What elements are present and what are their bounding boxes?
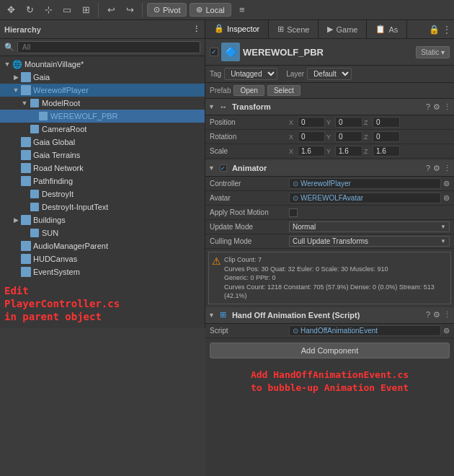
hand-off-section-header[interactable]: ▼ ⊞ Hand Off Animation Event (Script) ? … xyxy=(205,307,454,324)
rotation-y-input[interactable] xyxy=(335,131,362,142)
apply-root-motion-checkbox[interactable] xyxy=(289,208,298,217)
script-field-icon: ⊙ xyxy=(293,327,298,335)
tree-item-werewolf-pbr[interactable]: ▶ WEREWOLF_PBR xyxy=(0,110,205,123)
tab-as[interactable]: 📋 As xyxy=(367,20,407,38)
object-enabled-checkbox[interactable]: ✓ xyxy=(210,48,218,56)
search-bar: 🔍 xyxy=(0,39,205,56)
culling-mode-arrow-icon: ▼ xyxy=(440,238,446,244)
hierarchy-menu-icon[interactable]: ⋮ xyxy=(192,25,200,34)
animator-arrow-icon: ▼ xyxy=(208,164,215,172)
tree-item-gaia[interactable]: ▶ Gaia xyxy=(0,71,205,84)
tree-item-mountain-village[interactable]: ▼ 🌐 MountainVillage* xyxy=(0,58,205,71)
tree-item-camera-root[interactable]: ▶ CameraRoot xyxy=(0,123,205,136)
cube-road-network-icon xyxy=(20,162,32,174)
transform-section-header[interactable]: ▼ ↔ Transform ? ⚙ ⋮ xyxy=(205,99,454,115)
culling-mode-dropdown[interactable]: Cull Update Transforms ▼ xyxy=(289,236,450,247)
tree-label-mountain-village: MountainVillage* xyxy=(25,60,84,69)
controller-row: Controller ⊙ WerewolfPlayer ⊚ xyxy=(205,177,454,191)
cube-gaia-terrains-icon xyxy=(20,149,32,161)
animator-help-icon[interactable]: ? xyxy=(426,164,430,173)
tab-inspector[interactable]: 🔒 Inspector xyxy=(205,20,269,38)
rotation-x-input[interactable] xyxy=(298,131,325,142)
tree-item-pathfinding[interactable]: ▶ Pathfinding xyxy=(0,175,205,188)
tree-item-model-root[interactable]: ▼ ModelRoot xyxy=(0,97,205,110)
arrow-buildings: ▶ xyxy=(12,216,20,224)
more-icon[interactable]: ⋮ xyxy=(442,25,451,35)
transform-tool-icon[interactable]: ⊞ xyxy=(78,2,94,18)
static-badge[interactable]: Static ▾ xyxy=(416,46,450,58)
scale-row: Scale X Y Z xyxy=(205,144,454,159)
script-value: ⊙ HandOffAnimationEvent ⊚ xyxy=(289,325,450,336)
info-warning-icon: ⚠ xyxy=(212,255,221,301)
tree-item-werewolf-player[interactable]: ▼ WerewolfPlayer xyxy=(0,84,205,97)
avatar-field[interactable]: ⊙ WEREWOLFAvatar xyxy=(289,193,441,203)
rotation-y-label: Y xyxy=(326,133,334,141)
pivot-button[interactable]: ⊙ Pivot xyxy=(147,3,187,17)
script-field[interactable]: ⊙ HandOffAnimationEvent xyxy=(289,325,441,336)
transform-arrow-icon: ▼ xyxy=(208,103,215,110)
scale-x-input[interactable] xyxy=(298,146,325,157)
tree-item-sun[interactable]: ▶ SUN xyxy=(0,226,205,239)
animator-settings-icon[interactable]: ⚙ xyxy=(433,164,440,173)
tree-label-event-system: EventSystem xyxy=(33,268,80,276)
tree-item-audio-manager[interactable]: ▶ AudioManagerParent xyxy=(0,239,205,252)
hand-off-overflow-icon[interactable]: ⋮ xyxy=(443,310,451,319)
rotate-tool-icon[interactable]: ↻ xyxy=(22,2,37,18)
hand-off-settings-icon[interactable]: ⚙ xyxy=(433,310,440,319)
tree-label-camera-root: CameraRoot xyxy=(42,125,86,133)
script-select-icon[interactable]: ⊚ xyxy=(443,326,450,335)
tree-item-hud-canvas[interactable]: ▶ HUDCanvas xyxy=(0,252,205,265)
transform-overflow-icon[interactable]: ⋮ xyxy=(443,102,451,112)
toolbar-separator-2 xyxy=(142,3,143,17)
controller-field[interactable]: ⊙ WerewolfPlayer xyxy=(289,178,441,189)
rotation-z-input[interactable] xyxy=(373,131,400,142)
checkmark-icon: ✓ xyxy=(211,48,217,56)
tree-item-destroy-it-input[interactable]: ▶ DestroyIt-InputText xyxy=(0,200,205,213)
search-input[interactable] xyxy=(17,41,200,53)
tree-item-gaia-terrains[interactable]: ▶ Gaia Terrains xyxy=(0,149,205,162)
tree-item-road-network[interactable]: ▶ Road Network xyxy=(0,162,205,175)
layer-select[interactable]: Default xyxy=(307,68,352,80)
add-component-button[interactable]: Add Component xyxy=(210,343,450,358)
hand-off-help-icon[interactable]: ? xyxy=(426,310,430,319)
rect-tool-icon[interactable]: ▭ xyxy=(59,2,75,18)
select-button[interactable]: Select xyxy=(267,85,301,96)
tree-item-gaia-global[interactable]: ▶ Gaia Global xyxy=(0,136,205,149)
tab-game[interactable]: ▶ Game xyxy=(319,20,367,38)
update-mode-dropdown[interactable]: Normal ▼ xyxy=(289,221,450,232)
open-button[interactable]: Open xyxy=(233,85,264,96)
tree-item-destroy-it[interactable]: ▶ DestroyIt xyxy=(0,188,205,200)
tree-item-event-system[interactable]: ▶ EventSystem xyxy=(0,265,205,278)
animator-checkbox[interactable]: ✓ xyxy=(220,164,227,172)
lock-icon[interactable]: 🔒 xyxy=(429,25,440,35)
avatar-select-icon[interactable]: ⊚ xyxy=(443,193,450,203)
undo-icon[interactable]: ↩ xyxy=(103,2,119,18)
apply-root-motion-label: Apply Root Motion xyxy=(210,208,289,216)
redo-icon[interactable]: ↪ xyxy=(122,2,138,18)
update-mode-text: Normal xyxy=(293,223,316,231)
tab-scene[interactable]: ⊞ Scene xyxy=(269,20,319,38)
tree-label-model-root: ModelRoot xyxy=(42,99,80,107)
controller-select-icon[interactable]: ⊚ xyxy=(443,179,450,188)
local-button[interactable]: ⊚ Local xyxy=(190,3,231,17)
position-x-input[interactable] xyxy=(298,117,325,128)
transform-settings-icon[interactable]: ⚙ xyxy=(433,102,440,112)
scale-z-input[interactable] xyxy=(373,146,400,157)
object-icon: 🔷 xyxy=(221,43,240,61)
position-xyz: X Y Z xyxy=(289,117,450,128)
cube-pathfinding-icon xyxy=(20,175,32,187)
position-z-input[interactable] xyxy=(373,117,400,128)
inspector-tabs: 🔒 Inspector ⊞ Scene ▶ Game 📋 As 🔒 ⋮ xyxy=(205,20,454,39)
tree-item-buildings[interactable]: ▶ Buildings xyxy=(0,213,205,226)
layers-icon[interactable]: ≡ xyxy=(234,2,250,18)
tag-select[interactable]: Untagged xyxy=(224,68,277,80)
animator-section-header[interactable]: ▼ ✓ Animator ? ⚙ ⋮ xyxy=(205,160,454,177)
tab-as-icon: 📋 xyxy=(375,25,386,34)
move-tool-icon[interactable]: ✥ xyxy=(3,2,19,18)
animator-overflow-icon[interactable]: ⋮ xyxy=(443,164,451,173)
scale-y-input[interactable] xyxy=(335,146,362,157)
search-icon: 🔍 xyxy=(4,43,14,52)
position-y-input[interactable] xyxy=(335,117,362,128)
transform-help-icon[interactable]: ? xyxy=(426,102,430,112)
scale-tool-icon[interactable]: ⊹ xyxy=(40,2,56,18)
